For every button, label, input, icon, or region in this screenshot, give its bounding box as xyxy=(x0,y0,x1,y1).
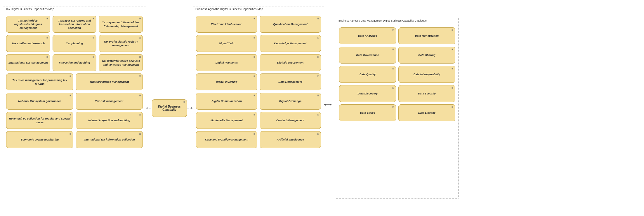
cap-tax-historical[interactable]: ⊞ Tax historical series analysis and tax… xyxy=(99,54,143,71)
cap-case-workflow[interactable]: ⊞ Case and Workflow Management xyxy=(196,131,257,148)
cap-digital-procurement-label: Digital Procurement xyxy=(277,61,303,64)
tax-map: Tax Digital Business Capabilities Map ⊞ … xyxy=(3,6,146,210)
cap-tax-risk[interactable]: ⊞ Tax risk management xyxy=(76,93,143,110)
grid-icon: ⊞ xyxy=(254,56,256,58)
cap-taxpayer-returns-label: Taxpayer tax returns and transaction inf… xyxy=(55,19,95,30)
grid-icon: ⊞ xyxy=(317,56,319,58)
cap-intl-tax-info[interactable]: ⊞ International tax information collecti… xyxy=(76,131,143,148)
grid-icon: ⊞ xyxy=(70,94,72,97)
grid-icon: ⊞ xyxy=(139,94,141,97)
cap-digital-invoicing[interactable]: ⊞ Digital Invoicing xyxy=(196,73,257,90)
cap-data-ethics[interactable]: ⊞ Data Ethics xyxy=(339,104,396,121)
cap-contact-label: Contact Management xyxy=(276,119,304,122)
cap-multimedia[interactable]: ⊞ Multimedia Management xyxy=(196,112,257,129)
cap-tax-studies[interactable]: ⊞ Tax studies and research xyxy=(6,35,50,52)
cap-data-lineage[interactable]: ⊞ Data Lineage xyxy=(398,104,455,121)
grid-icon: ⊞ xyxy=(70,113,72,116)
cap-contact[interactable]: ⊞ Contact Management xyxy=(260,112,321,129)
cap-digital-twin-label: Digital Twin xyxy=(219,42,235,45)
cap-revenue-fee-label: Revenue/Fee collection for regular and s… xyxy=(8,117,71,124)
cap-internal-inspection[interactable]: ⊞ Internal inspection and auditing xyxy=(76,112,143,129)
grid-icon: ⊞ xyxy=(46,56,48,58)
cap-data-management[interactable]: ⊞ Data Management xyxy=(260,73,321,90)
grid-icon: ⊞ xyxy=(317,17,319,20)
grid-icon: ⊞ xyxy=(452,87,454,89)
grid-icon: ⊞ xyxy=(254,36,256,39)
cap-digital-exchange[interactable]: ⊞ Digital Exchange xyxy=(260,93,321,110)
center-capability-box[interactable]: ⊞ Digital Business Capability xyxy=(152,99,187,117)
cap-artificial-intelligence[interactable]: ⊞ Artificial Intelligence xyxy=(260,131,321,148)
cap-inspection-label: Inspection and auditing xyxy=(59,61,90,64)
cap-data-security[interactable]: ⊞ Data Security xyxy=(398,85,455,102)
cap-national-tax-label: National Tax system governance xyxy=(18,99,61,103)
cap-tax-planning[interactable]: ⊞ Tax planning xyxy=(53,35,97,52)
cap-digital-payments[interactable]: ⊞ Digital Payments xyxy=(196,54,257,71)
cap-data-discovery-label: Data Discovery xyxy=(357,92,378,95)
cap-knowledge[interactable]: ⊞ Knowledge Management xyxy=(260,35,321,52)
center-connector: ⊞ Digital Business Capability xyxy=(146,6,193,210)
cap-intl-tax[interactable]: ⊞ International tax management xyxy=(6,54,50,71)
cap-data-analytics[interactable]: ⊞ Data Analytics xyxy=(339,27,396,44)
grid-icon: ⊞ xyxy=(139,133,141,135)
cap-digital-twin[interactable]: ⊞ Digital Twin xyxy=(196,35,257,52)
grid-icon: ⊞ xyxy=(254,17,256,20)
main-container: Tax Digital Business Capabilities Map ⊞ … xyxy=(0,0,644,216)
center-capability-label: Digital Business Capability xyxy=(152,105,187,111)
grid-icon: ⊞ xyxy=(392,29,394,31)
cap-data-governance[interactable]: ⊞ Data Governance xyxy=(339,47,396,64)
grid-icon: ⊞ xyxy=(254,113,256,116)
cap-qualification[interactable]: ⊞ Qualification Management xyxy=(260,16,321,33)
cap-revenue-fee[interactable]: ⊞ Revenue/Fee collection for regular and… xyxy=(6,112,73,129)
grid-icon: ⊞ xyxy=(452,67,454,70)
cap-tributary[interactable]: ⊞ Tributary justice management xyxy=(76,73,143,90)
right-section: Business Agnostic Digital Business Capab… xyxy=(193,6,641,210)
grid-icon: ⊞ xyxy=(139,75,141,78)
svg-marker-6 xyxy=(324,103,326,106)
cap-data-discovery[interactable]: ⊞ Data Discovery xyxy=(339,85,396,102)
cap-data-interoperability[interactable]: ⊞ Data Interoperability xyxy=(398,66,455,83)
grid-icon: ⊞ xyxy=(93,36,95,39)
cap-digital-payments-label: Digital Payments xyxy=(216,61,238,64)
cap-tax-rules-label: Tax rules management for processing tax … xyxy=(8,78,71,86)
cap-data-monetization-label: Data Monetization xyxy=(415,34,439,38)
dm-catalogue: Business Agnostic Data Management Digita… xyxy=(336,18,459,199)
cap-digital-communication[interactable]: ⊞ Digital Communication xyxy=(196,93,257,110)
cap-digital-procurement[interactable]: ⊞ Digital Procurement xyxy=(260,54,321,71)
cap-taxpayers-stakeholders[interactable]: ⊞ Taxpayers and Stakeholders Relationshi… xyxy=(99,16,143,33)
grid-icon: ⊞ xyxy=(93,17,95,20)
grid-icon: ⊞ xyxy=(392,67,394,70)
cap-data-sharing[interactable]: ⊞ Data Sharing xyxy=(398,47,455,64)
grid-icon: ⊞ xyxy=(46,17,48,20)
grid-icon: ⊞ xyxy=(452,106,454,108)
cap-electronic-id[interactable]: ⊞ Electronic Identification xyxy=(196,16,257,33)
cap-economic-events[interactable]: ⊞ Economic events monitoring xyxy=(6,131,73,148)
cap-tax-authorities-label: Tax authorities' registries/catalogues m… xyxy=(8,19,48,30)
cap-tax-professionals-label: Tax professionals registry management xyxy=(101,40,141,47)
grid-icon: ⊞ xyxy=(317,133,319,135)
cap-data-security-label: Data Security xyxy=(418,92,436,95)
cap-tax-professionals[interactable]: ⊞ Tax professionals registry management xyxy=(99,35,143,52)
cap-digital-invoicing-label: Digital Invoicing xyxy=(216,80,237,84)
cap-inspection[interactable]: ⊞ Inspection and auditing xyxy=(53,54,97,71)
grid-icon: ⊞ xyxy=(139,113,141,116)
grid-icon: ⊞ xyxy=(93,56,95,58)
cap-tax-risk-label: Tax risk management xyxy=(95,99,124,103)
grid-icon: ⊞ xyxy=(392,87,394,89)
cap-artificial-intelligence-label: Artificial Intelligence xyxy=(277,138,304,141)
grid-icon: ⊞ xyxy=(46,36,48,39)
cap-tax-historical-label: Tax historical series analysis and tax c… xyxy=(101,59,141,66)
cap-tax-rules[interactable]: ⊞ Tax rules management for processing ta… xyxy=(6,73,73,90)
grid-icon: ⊞ xyxy=(254,75,256,78)
cap-data-management-label: Data Management xyxy=(278,80,302,84)
dm-arrow-connector xyxy=(324,102,333,107)
cap-data-interoperability-label: Data Interoperability xyxy=(414,73,440,76)
grid-icon: ⊞ xyxy=(452,48,454,51)
cap-tax-authorities[interactable]: ⊞ Tax authorities' registries/catalogues… xyxy=(6,16,50,33)
cap-data-quality[interactable]: ⊞ Data Quality xyxy=(339,66,396,83)
cap-taxpayers-stakeholders-label: Taxpayers and Stakeholders Relationship … xyxy=(101,21,141,28)
svg-marker-5 xyxy=(330,103,331,106)
cap-national-tax[interactable]: ⊞ National Tax system governance xyxy=(6,93,73,110)
cap-data-monetization[interactable]: ⊞ Data Monetization xyxy=(398,27,455,44)
cap-taxpayer-returns[interactable]: ⊞ Taxpayer tax returns and transaction i… xyxy=(53,16,97,33)
grid-icon: ⊞ xyxy=(139,36,141,39)
